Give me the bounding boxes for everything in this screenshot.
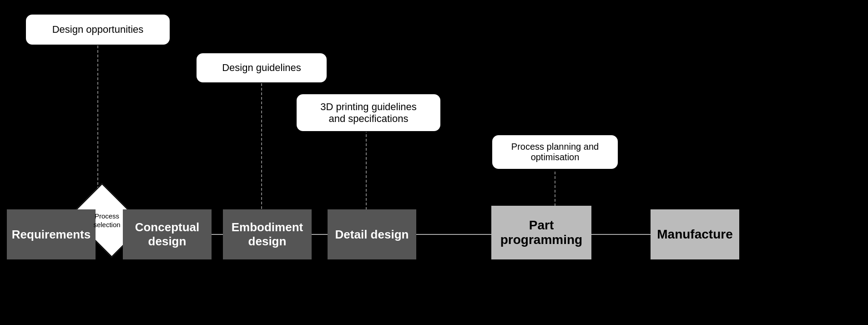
printing-guidelines-box: 3D printing guidelines and specification… (296, 93, 441, 132)
design-opportunities-box: Design opportunities (25, 14, 171, 46)
diagram-container: Design opportunities Design guidelines 3… (0, 0, 868, 325)
part-programming-text: Part programming (500, 218, 582, 247)
design-guidelines-box: Design guidelines (196, 52, 328, 83)
embodiment-design-text: Embodiment design (232, 220, 303, 249)
process-planning-text: Process planning and optimisation (511, 142, 599, 162)
connectors-svg (0, 0, 868, 325)
conceptual-design-box: Conceptual design (123, 209, 212, 259)
requirements-box: Requirements (7, 209, 96, 259)
process-selection-label: Process selection (86, 212, 127, 229)
part-programming-box: Part programming (491, 206, 591, 259)
embodiment-design-box: Embodiment design (223, 209, 312, 259)
printing-guidelines-text: 3D printing guidelines and specification… (320, 101, 417, 125)
manufacture-box: Manufacture (651, 209, 739, 259)
conceptual-design-text: Conceptual design (135, 220, 200, 249)
process-planning-box: Process planning and optimisation (491, 134, 619, 170)
detail-design-box: Detail design (328, 209, 416, 259)
